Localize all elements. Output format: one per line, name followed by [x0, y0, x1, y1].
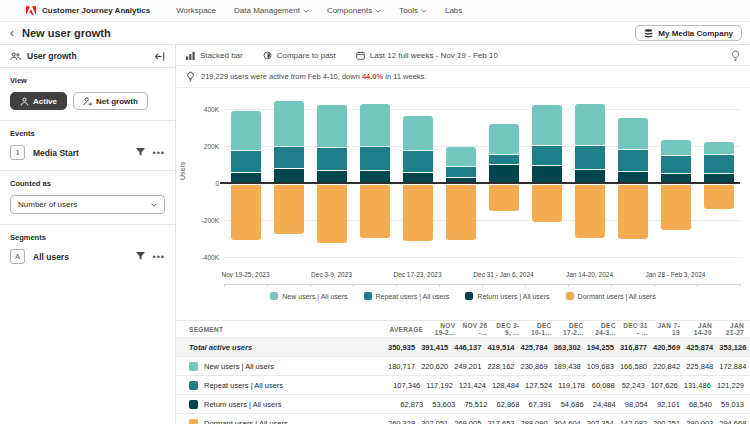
bar-segment-repeat[interactable]: [446, 167, 476, 177]
legend-item[interactable]: Repeat users | All users: [364, 292, 450, 300]
bar-segment-dormant[interactable]: [532, 185, 562, 222]
column-header[interactable]: NOV 19-2...: [429, 322, 461, 336]
bar-segment-repeat[interactable]: [618, 150, 648, 171]
bar-segment-repeat[interactable]: [532, 146, 562, 165]
view-toggle-active[interactable]: Active: [10, 92, 67, 110]
bar-segment-new[interactable]: [317, 105, 347, 146]
bar-segment-repeat[interactable]: [360, 147, 390, 170]
bar-segment-return[interactable]: [317, 171, 347, 182]
event-name[interactable]: Media Start: [33, 148, 128, 158]
bar-segment-return[interactable]: [231, 173, 261, 182]
bar-segment-repeat[interactable]: [231, 151, 261, 172]
bar-segment-dormant[interactable]: [489, 185, 519, 211]
table-row[interactable]: Dormant users | All users260,328302,0512…: [176, 414, 750, 424]
nav-item-components[interactable]: Components: [327, 6, 381, 15]
bar-segment-new[interactable]: [403, 116, 433, 150]
segment-swatch: [189, 400, 198, 409]
segment-swatch: [189, 381, 198, 390]
nav-item-labs[interactable]: Labs: [445, 6, 462, 15]
bar-segment-return[interactable]: [704, 174, 734, 182]
bar-segment-return[interactable]: [274, 169, 304, 182]
bar-segment-new[interactable]: [575, 104, 605, 145]
bar-segment-repeat[interactable]: [403, 151, 433, 172]
column-header[interactable]: DEC 17-2...: [558, 322, 590, 336]
bar-segment-new[interactable]: [489, 124, 519, 154]
chevron-down-icon: [303, 8, 309, 14]
bar-segment-repeat[interactable]: [274, 147, 304, 168]
bar-segment-return[interactable]: [575, 170, 605, 182]
nav-item-data-management[interactable]: Data Management: [234, 6, 309, 15]
stacked-bar-chart: Users 400K200K0-200K-400K Nov 19-25, 202…: [176, 88, 750, 320]
column-header[interactable]: DEC 10-1...: [525, 322, 557, 336]
bar-segment-repeat[interactable]: [317, 148, 347, 171]
company-selector-button[interactable]: My Media Company: [635, 25, 742, 41]
bar-segment-new[interactable]: [704, 142, 734, 154]
chart-type-button[interactable]: Stacked bar: [186, 51, 243, 60]
bar-segment-new[interactable]: [231, 111, 261, 151]
bar-segment-repeat[interactable]: [489, 155, 519, 164]
bar-segment-repeat[interactable]: [575, 146, 605, 169]
value-cell: 24,484: [590, 400, 622, 409]
column-header[interactable]: DEC 31 - ...: [622, 322, 654, 336]
back-chevron-icon[interactable]: ‹: [10, 27, 14, 39]
bar-segment-new[interactable]: [532, 105, 562, 145]
bar-segment-dormant[interactable]: [661, 185, 691, 230]
bar-segment-new[interactable]: [618, 118, 648, 149]
table-row[interactable]: Total active users350,935391,415446,1374…: [176, 338, 750, 357]
segment-cell: New users | All users: [176, 362, 388, 371]
bar-segment-new[interactable]: [274, 101, 304, 146]
legend-item[interactable]: New users | All users: [270, 292, 347, 300]
column-header[interactable]: JAN 21-27: [718, 322, 750, 336]
bar-segment-new[interactable]: [360, 104, 390, 146]
table-row[interactable]: New users | All users180,717220,620249,2…: [176, 357, 750, 376]
segment-name[interactable]: All users: [33, 252, 128, 262]
value-cell: 350,935: [388, 343, 421, 352]
bar-segment-dormant[interactable]: [618, 185, 648, 239]
gridline: [224, 257, 740, 258]
legend-item[interactable]: Return users | All users: [465, 292, 549, 300]
value-cell: 180,717: [388, 362, 421, 371]
column-header[interactable]: JAN 14-20: [686, 322, 718, 336]
bar-segment-dormant[interactable]: [317, 185, 347, 244]
bar-segment-return[interactable]: [661, 174, 691, 182]
nav-item-tools[interactable]: Tools: [399, 6, 427, 15]
view-toggle-net-growth[interactable]: Net growth: [73, 92, 148, 110]
y-tick-label: -400K: [202, 253, 219, 260]
nav-item-workspace[interactable]: Workspace: [176, 6, 216, 15]
bar-segment-return[interactable]: [532, 166, 562, 182]
column-header[interactable]: DEC 24-3...: [590, 322, 622, 336]
bar-segment-return[interactable]: [360, 171, 390, 182]
bar-segment-repeat[interactable]: [704, 155, 734, 172]
collapse-panel-icon[interactable]: [155, 52, 165, 61]
date-range-button[interactable]: Last 12 full weeks - Nov 19 - Feb 10: [356, 51, 498, 60]
counted-as-select[interactable]: Number of users: [10, 195, 165, 214]
bar-segment-dormant[interactable]: [704, 185, 734, 209]
bar-segment-dormant[interactable]: [575, 185, 605, 239]
filter-icon[interactable]: [136, 148, 145, 157]
compare-to-past-button[interactable]: Compare to past: [263, 51, 336, 60]
bar-segment-return[interactable]: [489, 165, 519, 182]
column-header[interactable]: JAN 7-13: [654, 322, 686, 336]
table-row[interactable]: Repeat users | All users107,346117,19212…: [176, 376, 750, 395]
column-header[interactable]: DEC 3-9, ...: [493, 322, 525, 336]
bar-segment-repeat[interactable]: [661, 156, 691, 173]
bar-segment-dormant[interactable]: [231, 185, 261, 241]
bar-segment-new[interactable]: [446, 147, 476, 166]
column-header[interactable]: NOV 26 -...: [461, 322, 493, 336]
bar-segment-return[interactable]: [403, 173, 433, 182]
filter-icon[interactable]: [136, 252, 145, 261]
column-header[interactable]: AVERAGE: [388, 326, 429, 333]
legend-item[interactable]: Dormant users | All users: [566, 292, 656, 300]
bar-segment-return[interactable]: [618, 172, 648, 182]
bar-segment-dormant[interactable]: [274, 185, 304, 235]
bar-segment-new[interactable]: [661, 140, 691, 155]
bar-segment-dormant[interactable]: [403, 185, 433, 241]
segment-label: Return users | All users: [204, 400, 281, 409]
insight-highlight: 44.0%: [362, 72, 383, 81]
table-row[interactable]: Return users | All users62,87353,60375,5…: [176, 395, 750, 414]
bar-segment-dormant[interactable]: [446, 185, 476, 241]
more-options-icon[interactable]: •••: [153, 148, 165, 158]
insights-toggle-icon[interactable]: [731, 50, 740, 61]
more-options-icon[interactable]: •••: [153, 252, 165, 262]
bar-segment-dormant[interactable]: [360, 185, 390, 238]
